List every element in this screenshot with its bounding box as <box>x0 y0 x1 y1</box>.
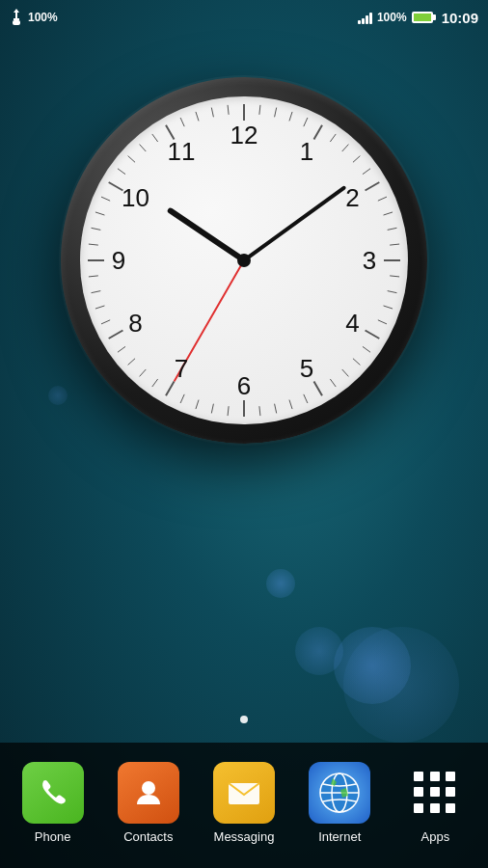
svg-line-58 <box>196 112 199 122</box>
svg-line-29 <box>275 404 277 414</box>
svg-line-26 <box>314 382 323 396</box>
apps-dot-8 <box>430 803 440 813</box>
clock-num-9: 9 <box>104 246 133 275</box>
svg-line-57 <box>180 118 184 126</box>
svg-line-23 <box>353 359 360 366</box>
clock-num-5: 5 <box>292 355 321 384</box>
phone-icon <box>22 762 84 824</box>
dock-item-phone[interactable]: Phone <box>5 762 100 844</box>
apps-dot-5 <box>430 787 440 797</box>
svg-line-21 <box>366 331 380 339</box>
apps-icon <box>404 762 466 824</box>
svg-line-54 <box>140 145 147 151</box>
svg-line-13 <box>384 212 393 215</box>
svg-line-55 <box>152 134 158 142</box>
svg-line-39 <box>128 359 135 366</box>
clock-num-12: 12 <box>230 121 258 149</box>
dock-item-internet[interactable]: Internet <box>292 762 388 844</box>
status-bar: 100% 100% 10:09 <box>0 0 488 35</box>
dock-item-messaging[interactable]: Messaging <box>196 762 291 844</box>
clock-num-6: 6 <box>230 371 258 400</box>
svg-line-25 <box>330 379 336 387</box>
svg-line-42 <box>101 320 110 324</box>
svg-line-8 <box>342 145 349 151</box>
svg-line-11 <box>366 182 380 191</box>
svg-line-48 <box>92 228 101 230</box>
bokeh-3 <box>343 627 459 743</box>
signal-bar-3 <box>366 15 368 24</box>
clock-num-2: 2 <box>339 183 367 212</box>
messaging-label: Messaging <box>214 829 275 844</box>
contacts-label: Contacts <box>123 829 173 844</box>
status-time: 10:09 <box>442 10 478 26</box>
clock-num-10: 10 <box>121 183 149 212</box>
clock-face: 121234567891011 <box>80 96 408 424</box>
svg-line-12 <box>378 197 387 201</box>
svg-line-4 <box>289 112 292 122</box>
status-right: 100% 10:09 <box>358 10 478 26</box>
bokeh-4 <box>266 569 295 598</box>
clock-widget[interactable]: 121234567891011 <box>61 77 427 444</box>
svg-line-22 <box>363 346 370 352</box>
svg-line-20 <box>378 320 387 324</box>
page-indicator <box>240 716 248 723</box>
svg-line-19 <box>384 306 393 309</box>
apps-dot-6 <box>446 787 455 797</box>
svg-line-44 <box>92 291 101 293</box>
svg-line-3 <box>275 108 277 118</box>
minute-hand <box>243 185 347 262</box>
svg-line-37 <box>152 379 158 387</box>
bokeh-1 <box>334 627 411 704</box>
battery-fill <box>414 14 431 21</box>
apps-dot-7 <box>414 803 423 813</box>
signal-bar-1 <box>358 20 361 24</box>
svg-line-36 <box>166 382 175 396</box>
svg-line-24 <box>342 369 349 376</box>
signal-bars <box>358 11 372 24</box>
svg-line-9 <box>353 156 360 163</box>
clock-num-8: 8 <box>121 309 149 338</box>
internet-svg <box>315 769 364 817</box>
phone-label: Phone <box>35 829 71 844</box>
clock-num-1: 1 <box>292 137 321 166</box>
dock-item-contacts[interactable]: Contacts <box>100 762 196 844</box>
clock-num-11: 11 <box>167 137 196 166</box>
svg-line-60 <box>228 105 229 115</box>
internet-icon <box>309 762 370 824</box>
apps-grid <box>414 772 456 814</box>
svg-line-30 <box>259 406 260 416</box>
svg-line-15 <box>390 244 399 245</box>
svg-line-45 <box>89 276 98 277</box>
apps-dot-3 <box>446 772 455 781</box>
contacts-svg <box>131 775 166 810</box>
dock-item-apps[interactable]: Apps <box>388 762 483 844</box>
battery-percent-left: 100% <box>28 11 58 24</box>
svg-line-50 <box>101 197 110 201</box>
bokeh-2 <box>295 627 343 675</box>
signal-bar-2 <box>362 18 365 24</box>
signal-bar-4 <box>369 13 372 24</box>
clock-num-7: 7 <box>167 355 196 384</box>
clock-num-3: 3 <box>355 246 384 275</box>
svg-line-59 <box>211 108 213 118</box>
svg-rect-0 <box>13 20 20 25</box>
contacts-icon <box>118 762 179 824</box>
battery-percent-right: 100% <box>377 11 407 24</box>
apps-label: Apps <box>421 829 450 844</box>
page-dot-active <box>240 716 248 723</box>
svg-line-32 <box>228 406 229 416</box>
dock: Phone Contacts Messaging <box>0 743 488 868</box>
svg-line-28 <box>289 400 292 410</box>
svg-line-47 <box>89 244 98 245</box>
svg-line-5 <box>304 118 308 126</box>
svg-point-61 <box>142 781 155 795</box>
svg-line-7 <box>330 134 336 142</box>
svg-line-35 <box>180 394 184 403</box>
svg-line-10 <box>363 169 370 175</box>
clock-outer: 121234567891011 <box>61 77 427 444</box>
messaging-svg <box>225 775 263 810</box>
clock-num-4: 4 <box>339 309 367 338</box>
hour-hand <box>167 206 246 262</box>
apps-dot-9 <box>446 803 455 813</box>
apps-dot-1 <box>414 772 423 781</box>
